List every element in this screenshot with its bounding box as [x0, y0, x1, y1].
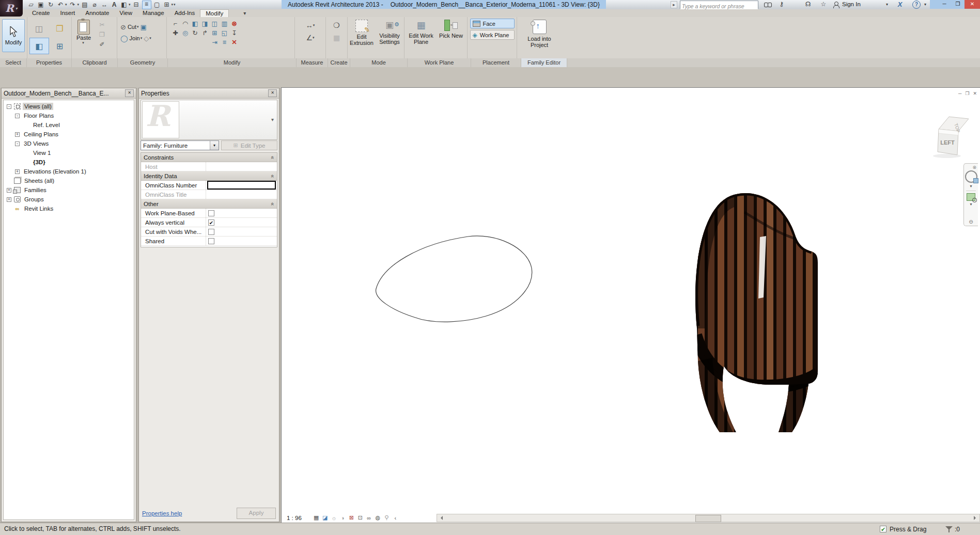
split-element-icon[interactable]: ◫: [210, 20, 219, 28]
collapse-viewbar-icon[interactable]: ‹: [392, 515, 399, 521]
scale-icon[interactable]: ◱: [220, 29, 229, 38]
tab-manage[interactable]: Manage: [137, 9, 169, 17]
tree-item-sheets[interactable]: Sheets (all): [4, 176, 134, 185]
property-row-omniclass-number[interactable]: OmniClass Number: [141, 181, 277, 190]
tree-item-3d-views[interactable]: - 3D Views: [4, 139, 134, 148]
collapse-icon[interactable]: -: [15, 141, 20, 146]
customize-qat-icon[interactable]: ▾: [174, 3, 176, 7]
panel-label-clipboard[interactable]: Clipboard: [72, 58, 118, 67]
offset-icon[interactable]: ◠: [181, 20, 190, 28]
tree-item-revit-links[interactable]: ∞ Revit Links: [4, 204, 134, 213]
type-selector[interactable]: Family: Furniture ▾: [141, 140, 219, 150]
cut-with-voids-checkbox[interactable]: [208, 229, 214, 235]
view-minimize-icon[interactable]: ─: [958, 91, 961, 96]
viewcube[interactable]: TOP LEFT: [931, 109, 972, 159]
panel-label-select[interactable]: Select: [0, 58, 27, 67]
create-similar-icon[interactable]: ▦: [333, 34, 340, 42]
temporary-hide-isolate-icon[interactable]: ∞: [366, 515, 372, 521]
subscription-key-icon[interactable]: ⚷: [778, 1, 785, 8]
section-identity-data[interactable]: Identity Data «: [141, 171, 277, 181]
aligned-dimension-icon[interactable]: ↔: [100, 1, 108, 9]
property-row-shared[interactable]: Shared: [141, 237, 277, 246]
property-row-always-vertical[interactable]: Always vertical ✔: [141, 218, 277, 227]
unpin-icon[interactable]: ⊗: [230, 20, 239, 28]
mirror-draw-axis-icon[interactable]: ◨: [200, 20, 209, 28]
create-group-icon[interactable]: ❍: [333, 21, 340, 29]
tree-item-3d[interactable]: {3D}: [4, 158, 134, 167]
minimize-button[interactable]: ─: [938, 0, 951, 9]
search-flyout-icon[interactable]: ▸: [671, 1, 677, 8]
switch-windows-icon[interactable]: ⊞: [163, 1, 171, 9]
filter-icon[interactable]: [945, 526, 953, 532]
panel-label-geometry[interactable]: Geometry: [118, 58, 168, 67]
cut-dropdown-icon[interactable]: ▾: [137, 25, 139, 29]
visibility-settings-button[interactable]: ▣ ⚙ Visibility Settings: [376, 17, 403, 45]
panel-label-properties[interactable]: Properties: [27, 58, 72, 67]
property-row-host[interactable]: Host: [141, 162, 277, 171]
property-row-work-plane-based[interactable]: Work Plane-Based: [141, 209, 277, 218]
collapse-icon[interactable]: -: [15, 114, 20, 118]
tile-windows-button[interactable]: ⊞: [50, 38, 70, 54]
scroll-left-icon[interactable]: [439, 516, 443, 520]
tab-add-ins[interactable]: Add-Ins: [169, 9, 200, 17]
tree-item-floor-plans[interactable]: - Floor Plans: [4, 111, 134, 120]
mirror-pick-axis-icon[interactable]: ◧: [191, 20, 199, 28]
collapse-section-icon[interactable]: «: [270, 174, 276, 177]
properties-header[interactable]: Properties ✕: [139, 88, 279, 99]
navbar-collapse-icon[interactable]: ⊖: [969, 219, 973, 225]
view-close-icon[interactable]: ✕: [973, 91, 977, 96]
zoom-tool-icon[interactable]: [967, 193, 975, 201]
close-icon[interactable]: ✕: [125, 89, 134, 97]
match-type-icon[interactable]: ✐: [98, 40, 106, 49]
pin-icon[interactable]: ↧: [230, 29, 239, 38]
expand-icon[interactable]: +: [7, 188, 11, 193]
tree-item-families[interactable]: + Families: [4, 185, 134, 195]
panel-label-create[interactable]: Create: [328, 58, 350, 67]
project-browser-header[interactable]: Outdoor_Modern_Bench__Banca_E... ✕: [2, 88, 136, 99]
thin-lines-icon[interactable]: ≡: [142, 1, 151, 9]
bench-3d-model[interactable]: [682, 176, 827, 434]
reveal-constraints-icon[interactable]: ⚲: [383, 514, 390, 521]
measure-dropdown-icon[interactable]: ▾: [313, 23, 315, 27]
switch-windows-dropdown-icon[interactable]: ▾: [172, 3, 174, 7]
panel-label-placement[interactable]: Placement: [471, 58, 521, 67]
work-plane-based-checkbox[interactable]: [208, 210, 214, 216]
application-menu-button[interactable]: R ▾: [0, 0, 23, 17]
edit-extrusion-button[interactable]: ✎ Edit Extrusion: [348, 17, 376, 46]
redo-dropdown-icon[interactable]: ▾: [77, 3, 80, 7]
panel-label-modify[interactable]: Modify: [168, 58, 297, 67]
measure-along-icon[interactable]: ∠: [306, 34, 313, 42]
edit-work-plane-button[interactable]: ▦ Edit Work Plane: [405, 17, 438, 45]
tree-item-views-all[interactable]: - Views (all): [4, 102, 134, 111]
properties-help-link[interactable]: Properties help: [142, 510, 182, 516]
paste-dropdown-icon[interactable]: ▾: [82, 41, 84, 45]
family-types-button[interactable]: ❐: [50, 20, 70, 37]
placement-face-button[interactable]: Face: [470, 19, 515, 28]
expand-icon[interactable]: +: [7, 197, 11, 202]
property-row-cut-with-voids[interactable]: Cut with Voids Whe...: [141, 227, 277, 237]
panel-label-measure[interactable]: Measure: [297, 58, 328, 67]
undo-icon[interactable]: ↶: [56, 1, 65, 9]
align-icon[interactable]: ⌐: [171, 20, 180, 28]
cut-clipboard-icon[interactable]: ✂: [98, 21, 106, 29]
visual-style-icon[interactable]: ◪: [322, 514, 329, 521]
help-icon[interactable]: ?: [912, 1, 921, 9]
communication-center-icon[interactable]: ☊: [804, 1, 812, 8]
cut-geometry-icon[interactable]: ⊘: [120, 23, 126, 31]
collapse-section-icon[interactable]: «: [270, 202, 276, 205]
drawing-area[interactable]: ─ ❐ ✕ TOP LEFT ⊗ ▾ ▾ ⊖: [281, 87, 980, 523]
rotate-icon[interactable]: ↻: [191, 29, 199, 38]
pick-new-button[interactable]: ← Pick New: [438, 17, 464, 39]
horizontal-scrollbar[interactable]: [437, 514, 980, 522]
modify-tool-button[interactable]: Modify: [2, 19, 25, 52]
tree-item-ref-level[interactable]: Ref. Level: [4, 120, 134, 130]
split-with-gap-icon[interactable]: ▥: [220, 20, 229, 28]
close-button[interactable]: ✕: [965, 0, 980, 9]
chevron-down-icon[interactable]: ▾: [271, 117, 274, 122]
apply-coping-icon[interactable]: ▣: [141, 23, 147, 31]
always-vertical-checkbox[interactable]: ✔: [208, 219, 214, 226]
undo-dropdown-icon[interactable]: ▾: [65, 3, 67, 7]
navbar-close-icon[interactable]: ⊗: [972, 165, 976, 170]
steering-wheel-icon[interactable]: [965, 170, 977, 183]
save-icon[interactable]: ▣: [37, 1, 45, 9]
